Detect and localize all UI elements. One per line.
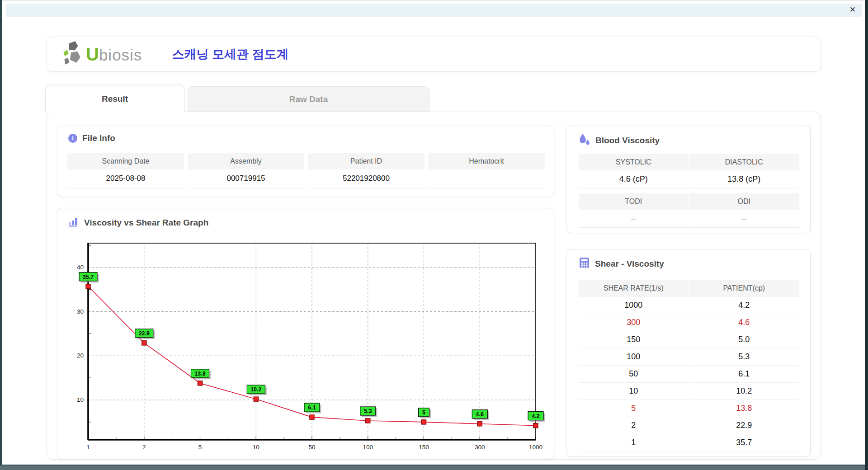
- patient-viscosity-cell: 35.7: [689, 434, 799, 451]
- svg-text:5: 5: [422, 409, 425, 416]
- tab-result[interactable]: Result: [45, 85, 184, 113]
- shear-rate-cell: 1: [579, 434, 689, 451]
- viscosity-shear-chart: 102030401251050100150300100035.722.913.8…: [57, 235, 555, 457]
- blood-viscosity-header: Blood Viscosity: [579, 133, 660, 148]
- patient-viscosity-cell: 4.2: [689, 297, 799, 314]
- graph-header: Viscosity vs Shear Rate Graph: [68, 216, 208, 229]
- desktop-right-strip: [865, 0, 868, 470]
- patient-viscosity-cell: 5.3: [689, 348, 799, 366]
- svg-text:4.6: 4.6: [476, 411, 484, 418]
- field-label: Scanning Date: [67, 153, 184, 169]
- shear-viscosity-table: SHEAR RATE(1/s) PATIENT(cp) 10004.23004.…: [579, 280, 799, 451]
- diastolic-label: DIASTOLIC: [689, 154, 799, 170]
- svg-text:35.7: 35.7: [83, 274, 94, 280]
- blood-viscosity-card: Blood Viscosity SYSTOLIC DIASTOLIC 4.6 (…: [566, 126, 811, 233]
- shear-table-row: 1505.0: [579, 331, 799, 348]
- shear-rate-cell: 50: [579, 366, 689, 383]
- shear-rate-cell: 100: [579, 348, 689, 366]
- svg-text:10: 10: [253, 444, 259, 451]
- shear-table-row: 513.8: [579, 400, 799, 417]
- svg-text:100: 100: [363, 444, 373, 451]
- header-card: U biosis 스캐닝 모세관 점도계: [47, 37, 821, 72]
- file-info-card: i File Info Scanning Date 2025-08-08 Ass…: [57, 126, 554, 197]
- app-title-korean: 스캐닝 모세관 점도계: [172, 46, 288, 62]
- patient-viscosity-cell: 4.6: [689, 314, 799, 331]
- shear-viscosity-title: Shear - Viscosity: [595, 259, 664, 269]
- diastolic-value: 13.8 (cP): [689, 170, 799, 188]
- svg-text:1: 1: [86, 444, 90, 451]
- shear-table-row: 1010.2: [579, 383, 799, 400]
- bar-chart-icon: [68, 216, 79, 229]
- patient-viscosity-cell: 13.8: [689, 400, 799, 417]
- svg-text:50: 50: [308, 444, 315, 451]
- tab-raw-data[interactable]: Raw Data: [188, 86, 429, 112]
- shear-rate-cell: 300: [579, 314, 689, 331]
- logo-letters-biosis: biosis: [99, 46, 142, 64]
- field-value: 2025-08-08: [67, 169, 184, 188]
- shear-table-row: 506.1: [579, 366, 799, 383]
- svg-text:13.8: 13.8: [194, 371, 205, 377]
- file-info-col-assembly: Assembly 000719915: [188, 153, 304, 188]
- calculator-icon: [579, 257, 590, 270]
- svg-text:10.2: 10.2: [250, 386, 261, 393]
- odi-label: ODI: [689, 193, 799, 210]
- file-info-grid: Scanning Date 2025-08-08 Assembly 000719…: [67, 153, 545, 188]
- systolic-value: 4.6 (cP): [579, 170, 689, 188]
- svg-text:6.1: 6.1: [308, 404, 316, 411]
- info-icon: i: [68, 134, 77, 143]
- window-titlebar: ✕: [6, 4, 862, 17]
- svg-text:5.3: 5.3: [364, 408, 372, 414]
- odi-value: –: [689, 210, 799, 228]
- shear-table-row: 10004.2: [579, 297, 799, 314]
- todi-value: –: [579, 210, 689, 228]
- file-info-title: File Info: [82, 133, 115, 143]
- shear-table-row: 3004.6: [579, 314, 799, 331]
- svg-text:20: 20: [77, 352, 84, 359]
- patient-column-header: PATIENT(cp): [689, 280, 799, 297]
- blood-viscosity-title: Blood Viscosity: [595, 136, 660, 146]
- shear-table-row: 135.7: [579, 434, 799, 451]
- patient-viscosity-cell: 6.1: [689, 366, 799, 383]
- graph-title: Viscosity vs Shear Rate Graph: [84, 218, 208, 228]
- svg-text:300: 300: [475, 444, 485, 451]
- field-label: Patient ID: [308, 153, 425, 169]
- close-icon[interactable]: ✕: [849, 5, 856, 14]
- ubiosis-logo-text: U biosis: [86, 44, 142, 65]
- shear-rate-cell: 1000: [579, 297, 689, 314]
- field-value: [428, 169, 545, 188]
- shear-rate-cell: 10: [579, 383, 689, 400]
- shear-table-head: SHEAR RATE(1/s) PATIENT(cp): [579, 280, 799, 297]
- svg-text:4.2: 4.2: [532, 413, 539, 419]
- svg-text:1000: 1000: [529, 444, 542, 451]
- shear-rate-cell: 150: [579, 331, 689, 348]
- file-info-col-patient-id: Patient ID 52201920800: [308, 153, 425, 188]
- svg-text:2: 2: [142, 444, 146, 451]
- field-value: 000719915: [188, 169, 304, 188]
- patient-viscosity-cell: 10.2: [689, 383, 799, 400]
- graph-card: Viscosity vs Shear Rate Graph 1020304012…: [57, 208, 554, 459]
- logo-letter-u: U: [86, 44, 99, 65]
- svg-text:5: 5: [198, 444, 202, 451]
- field-label: Hematocrit: [428, 153, 545, 169]
- svg-text:40: 40: [77, 264, 84, 271]
- patient-viscosity-cell: 22.9: [689, 417, 799, 434]
- shear-table-row: 222.9: [579, 417, 799, 434]
- todi-label: TODI: [579, 193, 689, 210]
- shear-rate-cell: 5: [579, 400, 689, 417]
- svg-text:22.9: 22.9: [139, 330, 150, 337]
- svg-text:30: 30: [77, 308, 84, 315]
- ubiosis-logo: U biosis: [61, 40, 142, 68]
- shear-rate-column-header: SHEAR RATE(1/s): [579, 280, 689, 297]
- systolic-label: SYSTOLIC: [579, 154, 689, 170]
- file-info-col-scanning-date: Scanning Date 2025-08-08: [67, 153, 184, 188]
- field-value: 52201920800: [308, 169, 425, 188]
- desktop-bottom-strip: [0, 465, 868, 470]
- shear-viscosity-card: Shear - Viscosity SHEAR RATE(1/s) PATIEN…: [566, 249, 811, 457]
- blood-viscosity-row-1: SYSTOLIC DIASTOLIC 4.6 (cP) 13.8 (cP): [579, 154, 799, 188]
- droplets-icon: [579, 133, 590, 148]
- ubiosis-logo-icon: [61, 40, 83, 68]
- svg-text:10: 10: [77, 396, 84, 403]
- result-panel: i File Info Scanning Date 2025-08-08 Ass…: [47, 112, 821, 460]
- shear-viscosity-header: Shear - Viscosity: [579, 257, 664, 270]
- app-window: ✕ U biosis 스캐닝 모세관 점도계 Result Raw Data: [2, 0, 865, 465]
